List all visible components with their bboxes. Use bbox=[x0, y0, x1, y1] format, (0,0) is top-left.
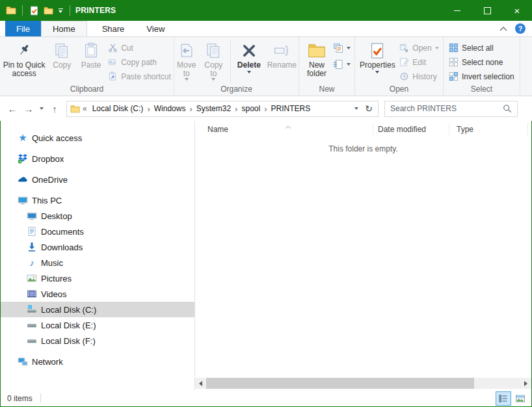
pin-to-quick-access-button[interactable]: Pin to Quick access bbox=[3, 39, 46, 78]
maximize-button[interactable] bbox=[472, 0, 502, 21]
back-icon[interactable]: ← bbox=[5, 103, 20, 114]
select-all-button[interactable]: Select all bbox=[449, 42, 514, 54]
properties-dropdown-icon bbox=[375, 71, 379, 73]
tab-share[interactable]: Share bbox=[91, 21, 136, 36]
sort-ascending-icon bbox=[285, 122, 291, 131]
disk-windows-icon bbox=[27, 304, 37, 315]
app-folder-icon[interactable] bbox=[4, 3, 18, 18]
refresh-icon[interactable]: ↻ bbox=[365, 103, 373, 114]
ribbon-group-clipboard: Pin to Quick access Copy Paste bbox=[0, 37, 174, 96]
cloud-icon bbox=[18, 174, 28, 185]
paste-button: Paste bbox=[78, 39, 104, 70]
up-icon[interactable]: ↑ bbox=[47, 103, 62, 114]
search-icon[interactable] bbox=[503, 104, 517, 113]
sidebar-item-label: OneDrive bbox=[32, 175, 68, 185]
column-header-date-modified[interactable]: Date modified bbox=[373, 123, 449, 136]
sidebar-item-network[interactable]: Network bbox=[1, 354, 194, 369]
recent-locations-icon[interactable] bbox=[38, 107, 46, 110]
sidebar-item-pictures[interactable]: Pictures bbox=[1, 270, 194, 286]
qat-new-folder-icon[interactable] bbox=[41, 3, 55, 18]
copy-path-icon bbox=[108, 57, 118, 67]
tab-view[interactable]: View bbox=[135, 21, 176, 36]
scroll-left-icon[interactable] bbox=[195, 378, 206, 389]
properties-button[interactable]: Properties bbox=[359, 39, 395, 73]
breadcrumb-segment[interactable]: PRINTERS bbox=[267, 104, 314, 113]
details-view-button[interactable] bbox=[496, 391, 511, 406]
horizontal-scrollbar[interactable] bbox=[195, 378, 531, 389]
open-dropdown-icon bbox=[435, 47, 439, 49]
breadcrumb-segment[interactable]: Windows bbox=[150, 104, 190, 113]
sidebar-item-this-pc[interactable]: This PC bbox=[1, 192, 194, 208]
sidebar-item-onedrive[interactable]: OneDrive bbox=[1, 172, 194, 187]
sidebar-item-videos[interactable]: Videos bbox=[1, 286, 194, 302]
new-item-dropdown-icon bbox=[347, 47, 351, 49]
sidebar-item-label: Local Disk (E:) bbox=[41, 321, 96, 330]
sidebar-item-documents[interactable]: Documents bbox=[1, 224, 194, 239]
column-header-type[interactable]: Type bbox=[449, 123, 528, 136]
copy-icon bbox=[53, 40, 70, 61]
sidebar-item-quick-access[interactable]: ★Quick access bbox=[1, 130, 194, 146]
invert-selection-button[interactable]: Invert selection bbox=[449, 70, 514, 83]
sidebar-item-dropbox[interactable]: Dropbox bbox=[1, 151, 194, 166]
new-folder-button[interactable]: New folder bbox=[303, 39, 330, 78]
edit-icon bbox=[399, 57, 409, 67]
file-list-pane: NameDate modifiedType This folder is emp… bbox=[195, 121, 531, 390]
tab-home[interactable]: Home bbox=[41, 21, 87, 36]
breadcrumb-segment[interactable]: Local Disk (C:) bbox=[88, 104, 148, 113]
forward-icon[interactable]: → bbox=[21, 103, 36, 114]
close-button[interactable]: × bbox=[502, 0, 532, 21]
sidebar-item-label: Documents bbox=[41, 227, 84, 237]
qat-customize-chevron-icon[interactable] bbox=[55, 3, 66, 18]
new-item-button[interactable] bbox=[333, 42, 351, 54]
copy-path-button: Copy path bbox=[108, 56, 171, 68]
ribbon-group-organize: Move to Copy to Delete Rename bbox=[174, 37, 299, 96]
collapse-ribbon-icon[interactable] bbox=[499, 27, 507, 31]
sidebar-item-downloads[interactable]: Downloads bbox=[1, 239, 194, 255]
delete-button[interactable]: Delete bbox=[235, 39, 263, 73]
titlebar-separator bbox=[22, 5, 23, 16]
sidebar-item-local-disk-c[interactable]: Local Disk (C:) bbox=[1, 302, 194, 317]
invert-selection-icon bbox=[449, 72, 459, 81]
copy-button: Copy bbox=[49, 39, 74, 70]
cut-button: Cut bbox=[108, 42, 171, 54]
breadcrumb-collapsed[interactable]: « bbox=[83, 104, 87, 113]
search-input[interactable] bbox=[385, 104, 503, 113]
breadcrumb: Local Disk (C:)›Windows›System32›spool›P… bbox=[88, 104, 314, 114]
group-label-open: Open bbox=[355, 85, 443, 96]
minimize-icon bbox=[454, 10, 460, 11]
paste-shortcut-button: Paste shortcut bbox=[108, 70, 171, 83]
breadcrumb-segment[interactable]: spool bbox=[237, 104, 264, 113]
picture-icon bbox=[27, 273, 37, 283]
qat-properties-icon[interactable] bbox=[27, 3, 41, 18]
thumbnails-view-button[interactable] bbox=[512, 391, 528, 406]
select-none-button[interactable]: Select none bbox=[449, 56, 514, 68]
sidebar-item-label: Dropbox bbox=[32, 154, 64, 164]
rename-icon bbox=[273, 40, 290, 61]
easy-access-dropdown-icon bbox=[347, 63, 351, 66]
network-icon bbox=[18, 356, 28, 367]
desktop-icon bbox=[27, 211, 37, 221]
tab-file[interactable]: File bbox=[5, 21, 41, 36]
address-bar[interactable]: « Local Disk (C:)›Windows›System32›spool… bbox=[66, 101, 379, 117]
address-dropdown-icon[interactable] bbox=[354, 107, 358, 110]
sidebar-item-music[interactable]: ♪Music bbox=[1, 255, 194, 270]
minimize-button[interactable] bbox=[442, 0, 472, 21]
sidebar-item-desktop[interactable]: Desktop bbox=[1, 208, 194, 224]
column-header-name[interactable]: Name bbox=[195, 123, 373, 136]
delete-dropdown-icon bbox=[247, 71, 251, 73]
properties-icon bbox=[369, 40, 386, 61]
scroll-right-icon[interactable] bbox=[520, 378, 531, 389]
scrollbar-thumb[interactable] bbox=[206, 378, 474, 389]
star-icon: ★ bbox=[18, 133, 28, 143]
easy-access-button[interactable] bbox=[333, 58, 351, 70]
titlebar-separator bbox=[70, 5, 70, 16]
select-all-icon bbox=[449, 43, 459, 53]
group-label-clipboard: Clipboard bbox=[0, 85, 174, 96]
sidebar-item-local-disk-e[interactable]: Local Disk (E:) bbox=[1, 317, 194, 333]
sidebar-item-local-disk-f[interactable]: Local Disk (F:) bbox=[1, 333, 194, 348]
move-to-button: Move to bbox=[174, 39, 199, 81]
help-icon[interactable]: ? bbox=[515, 23, 525, 34]
edit-button: Edit bbox=[399, 56, 438, 68]
breadcrumb-segment[interactable]: System32 bbox=[193, 104, 235, 113]
easy-access-icon bbox=[333, 59, 343, 70]
